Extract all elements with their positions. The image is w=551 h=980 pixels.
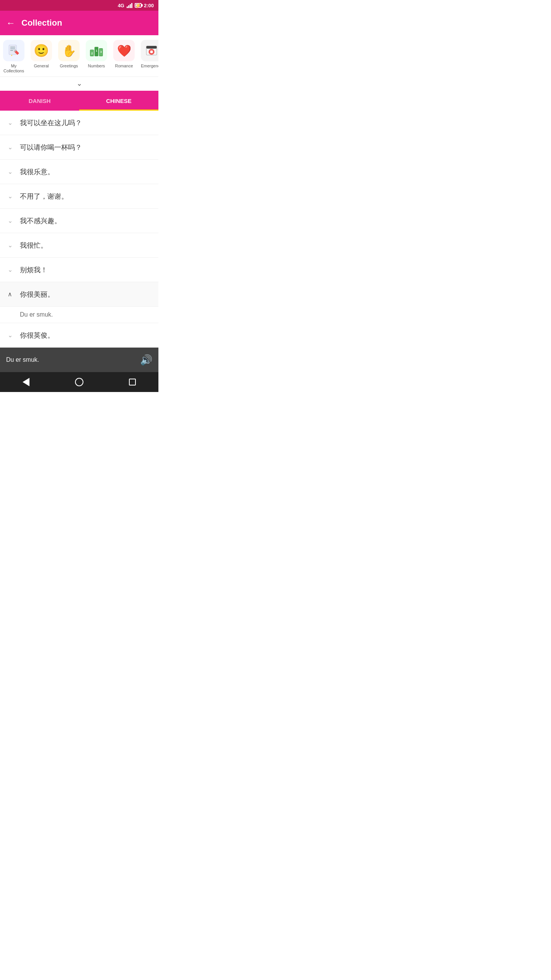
signal-icon — [127, 3, 132, 8]
phrase-text-8: 你很美丽。 — [20, 290, 152, 299]
phrase-row-3[interactable]: ⌄ 我很乐意。 — [0, 160, 158, 184]
general-icon: 🙂 — [31, 40, 52, 61]
chevron-icon-5: ⌄ — [6, 217, 14, 224]
general-label: General — [34, 64, 49, 69]
mycollections-label: My Collections — [3, 64, 24, 74]
category-item-mycollections[interactable]: My Collections — [0, 40, 28, 74]
phrase-row-5[interactable]: ⌄ 我不感兴趣。 — [0, 209, 158, 233]
recents-square-icon — [129, 379, 136, 385]
phrase-list: ⌄ 我可以坐在这儿吗？ ⌄ 可以请你喝一杯吗？ ⌄ 我很乐意。 ⌄ 不用了，谢谢… — [0, 111, 158, 348]
category-item-emergency[interactable]: Emergency — [138, 40, 158, 69]
back-nav-button[interactable] — [23, 378, 29, 386]
phrase-text-3: 我很乐意。 — [20, 167, 152, 176]
numbers-label: Numbers — [88, 64, 105, 69]
romance-icon: ❤️ — [113, 40, 135, 61]
phrase-text-2: 可以请你喝一杯吗？ — [20, 143, 152, 152]
network-label: 4G — [118, 3, 124, 8]
chevron-icon-6: ⌄ — [6, 242, 14, 249]
app-header: ← Collection — [0, 11, 158, 35]
category-item-general[interactable]: 🙂 General — [28, 40, 55, 69]
category-item-romance[interactable]: ❤️ Romance — [110, 40, 138, 69]
nav-bar — [0, 372, 158, 392]
svg-text:3: 3 — [100, 50, 102, 54]
home-circle-icon — [75, 378, 83, 386]
back-button[interactable]: ← — [6, 18, 15, 28]
emergency-icon — [141, 40, 158, 61]
speaker-button[interactable]: 🔊 — [140, 354, 152, 366]
phrase-text-4: 不用了，谢谢。 — [20, 192, 152, 201]
phrase-row-6[interactable]: ⌄ 我很忙。 — [0, 233, 158, 258]
svg-text:2: 2 — [91, 52, 93, 55]
phrase-text-1: 我可以坐在这儿吗？ — [20, 118, 152, 127]
time-label: 2:00 — [144, 3, 154, 8]
chevron-icon-3: ⌄ — [6, 168, 14, 175]
phrase-text-9: 你很英俊。 — [20, 331, 152, 340]
tab-danish[interactable]: DANISH — [0, 91, 79, 111]
phrase-row-8[interactable]: ∧ 你很美丽。 — [0, 282, 158, 307]
phrase-text-5: 我不感兴趣。 — [20, 216, 152, 225]
chevron-icon-2: ⌄ — [6, 144, 14, 151]
category-scroll: My Collections 🙂 General ✋ Greetings 2 1… — [0, 35, 158, 77]
phrase-text-7: 别烦我！ — [20, 265, 152, 274]
svg-rect-15 — [148, 46, 155, 49]
category-item-numbers[interactable]: 2 1 3 Numbers — [83, 40, 110, 69]
svg-text:1: 1 — [96, 49, 97, 52]
mycollections-icon — [3, 40, 24, 61]
phrase-sub-text-8: Du er smuk. — [20, 311, 53, 318]
greetings-icon: ✋ — [58, 40, 80, 61]
status-bar: 4G ⚡ 2:00 — [0, 0, 158, 11]
page-title: Collection — [21, 18, 62, 28]
phrase-row-2[interactable]: ⌄ 可以请你喝一杯吗？ — [0, 135, 158, 160]
expand-arrow[interactable]: ⌄ — [0, 77, 158, 91]
romance-label: Romance — [115, 64, 133, 69]
emergency-label: Emergency — [141, 64, 158, 69]
chevron-icon-9: ⌄ — [6, 332, 14, 339]
bottom-playbar: Du er smuk. 🔊 — [0, 348, 158, 372]
chevron-icon-8: ∧ — [6, 291, 14, 298]
phrase-text-6: 我很忙。 — [20, 241, 152, 250]
phrase-row-7[interactable]: ⌄ 别烦我！ — [0, 258, 158, 282]
phrase-sub-row-8: Du er smuk. — [0, 307, 158, 323]
tab-bar: DANISH CHINESE — [0, 91, 158, 111]
svg-rect-18 — [150, 51, 153, 53]
phrase-row-1[interactable]: ⌄ 我可以坐在这儿吗？ — [0, 111, 158, 135]
tab-chinese[interactable]: CHINESE — [79, 91, 158, 111]
home-nav-button[interactable] — [75, 378, 83, 386]
svg-marker-5 — [11, 55, 13, 56]
greetings-label: Greetings — [60, 64, 78, 69]
chevron-icon-7: ⌄ — [6, 266, 14, 273]
phrase-row-9[interactable]: ⌄ 你很英俊。 — [0, 323, 158, 348]
chevron-icon-4: ⌄ — [6, 193, 14, 200]
battery-icon: ⚡ — [135, 3, 142, 8]
chevron-icon-1: ⌄ — [6, 119, 14, 126]
back-triangle-icon — [23, 378, 29, 386]
category-item-greetings[interactable]: ✋ Greetings — [55, 40, 83, 69]
playbar-text: Du er smuk. — [6, 356, 39, 363]
numbers-icon: 2 1 3 — [86, 40, 107, 61]
recents-nav-button[interactable] — [129, 379, 136, 385]
phrase-row-4[interactable]: ⌄ 不用了，谢谢。 — [0, 184, 158, 209]
